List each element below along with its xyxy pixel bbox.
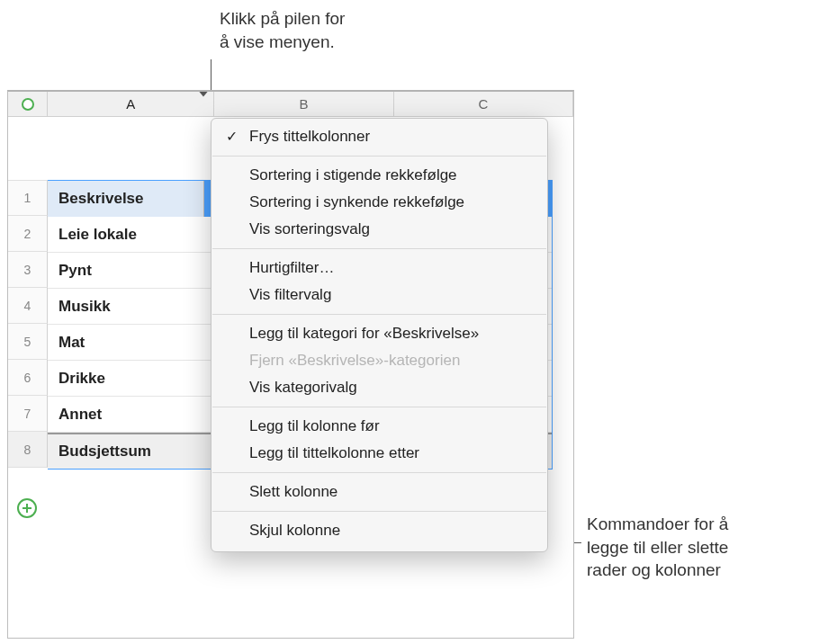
menu-item-label: Slett kolonne bbox=[249, 483, 338, 500]
menu-item-label: Vis kategorivalg bbox=[249, 379, 357, 396]
row-header-3[interactable]: 3 bbox=[8, 252, 48, 288]
callout-right: Kommandoer for å legge til eller slette … bbox=[587, 513, 728, 582]
menu-item-label: Skjul kolonne bbox=[249, 522, 340, 539]
menu-item-quick-filter[interactable]: Hurtigfilter… bbox=[212, 255, 547, 282]
callout-top-text: Klikk på pilen for å vise menyen. bbox=[220, 7, 345, 53]
menu-item-label: Hurtigfilter… bbox=[249, 259, 334, 276]
menu-item-label: Vis filtervalg bbox=[249, 286, 331, 303]
menu-separator bbox=[212, 472, 546, 473]
row-number: 2 bbox=[24, 227, 32, 241]
column-header-b-label: B bbox=[300, 96, 309, 112]
chevron-down-icon bbox=[199, 91, 208, 112]
row-header-1[interactable]: 1 bbox=[8, 180, 48, 216]
menu-item-add-column-before[interactable]: Legg til kolonne før bbox=[212, 413, 547, 440]
column-context-menu: Frys tittelkolonner Sortering i stigende… bbox=[211, 118, 548, 552]
menu-separator bbox=[212, 511, 546, 512]
menu-item-label: Sortering i stigende rekkefølge bbox=[249, 166, 457, 183]
select-all-handle-icon bbox=[22, 98, 34, 111]
row-number: 6 bbox=[24, 371, 32, 385]
column-header-b[interactable]: B bbox=[214, 92, 393, 116]
callout-top: Klikk på pilen for å vise menyen. bbox=[220, 7, 345, 53]
callout-right-text: Kommandoer for å legge til eller slette … bbox=[587, 513, 728, 582]
menu-separator bbox=[212, 156, 546, 157]
row-number: 4 bbox=[24, 299, 32, 313]
sheet-corner[interactable] bbox=[8, 92, 48, 117]
menu-item-label: Fjern «Beskrivelse»-kategorien bbox=[249, 352, 460, 369]
row-number: 3 bbox=[24, 263, 32, 277]
menu-item-add-category[interactable]: Legg til kategori for «Beskrivelse» bbox=[212, 320, 547, 347]
column-headers: A B C bbox=[48, 92, 573, 117]
menu-separator bbox=[212, 407, 546, 407]
cell-text: Pynt bbox=[58, 262, 215, 280]
row-header-7[interactable]: 7 bbox=[8, 396, 48, 432]
column-header-a[interactable]: A bbox=[48, 92, 214, 116]
menu-item-label: Legg til kategori for «Beskrivelse» bbox=[249, 325, 479, 342]
cell-text: Musikk bbox=[58, 298, 215, 316]
menu-item-delete-column[interactable]: Slett kolonne bbox=[212, 479, 547, 505]
column-header-c[interactable]: C bbox=[394, 92, 573, 116]
menu-item-show-category-options[interactable]: Vis kategorivalg bbox=[212, 374, 547, 401]
menu-item-label: Legg til tittelkolonne etter bbox=[249, 444, 419, 461]
row-number: 5 bbox=[24, 335, 32, 349]
header-cell-a[interactable]: Beskrivelse bbox=[48, 181, 204, 217]
row-number: 7 bbox=[24, 407, 32, 421]
cell-text: Leie lokale bbox=[58, 226, 215, 244]
cell-text: Annet bbox=[58, 406, 215, 424]
menu-item-label: Legg til kolonne før bbox=[249, 417, 380, 434]
menu-item-sort-descending[interactable]: Sortering i synkende rekkefølge bbox=[212, 189, 547, 216]
column-header-a-label: A bbox=[126, 96, 135, 112]
menu-item-remove-category: Fjern «Beskrivelse»-kategorien bbox=[212, 347, 547, 374]
cell-text: Budsjettsum bbox=[58, 443, 215, 461]
menu-item-show-filter-options[interactable]: Vis filtervalg bbox=[212, 282, 547, 309]
cell-text: Mat bbox=[58, 334, 215, 352]
header-cell-text: Beskrivelse bbox=[58, 190, 144, 208]
row-header-2[interactable]: 2 bbox=[8, 216, 48, 252]
menu-item-freeze-title-columns[interactable]: Frys tittelkolonner bbox=[212, 123, 547, 150]
menu-separator bbox=[212, 314, 546, 315]
column-menu-arrow[interactable] bbox=[199, 96, 208, 112]
menu-item-label: Vis sorteringsvalg bbox=[249, 220, 370, 237]
row-number: 8 bbox=[24, 443, 32, 457]
menu-item-sort-ascending[interactable]: Sortering i stigende rekkefølge bbox=[212, 162, 547, 189]
menu-item-label: Frys tittelkolonner bbox=[249, 128, 370, 145]
menu-item-add-title-column-after[interactable]: Legg til tittelkolonne etter bbox=[212, 440, 547, 467]
menu-item-show-sort-options[interactable]: Vis sorteringsvalg bbox=[212, 216, 547, 243]
row-header-5[interactable]: 5 bbox=[8, 324, 48, 360]
row-headers: 1 2 3 4 5 6 7 8 bbox=[8, 117, 48, 638]
row-header-4[interactable]: 4 bbox=[8, 288, 48, 324]
menu-item-hide-column[interactable]: Skjul kolonne bbox=[212, 517, 547, 544]
row-header-8[interactable]: 8 bbox=[8, 432, 48, 468]
menu-separator bbox=[212, 248, 546, 249]
row-header-6[interactable]: 6 bbox=[8, 360, 48, 396]
column-header-c-label: C bbox=[478, 96, 488, 112]
row-number: 1 bbox=[24, 191, 32, 205]
menu-item-label: Sortering i synkende rekkefølge bbox=[249, 193, 464, 210]
cell-text: Drikke bbox=[58, 370, 215, 388]
add-row-button[interactable] bbox=[17, 498, 37, 518]
